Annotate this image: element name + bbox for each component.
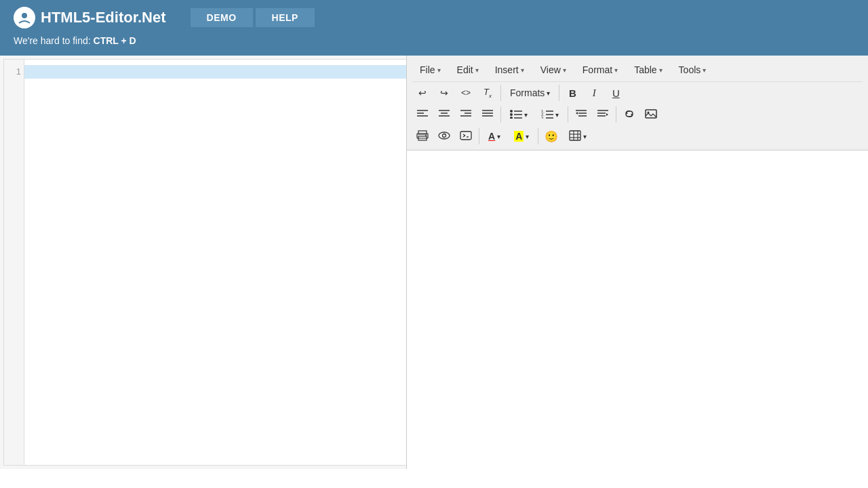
table-chevron-icon: ▾ <box>659 66 663 74</box>
align-center-icon <box>439 109 450 121</box>
format-chevron-icon: ▾ <box>614 66 618 74</box>
edit-chevron-icon: ▾ <box>475 66 479 74</box>
svg-line-43 <box>463 136 465 137</box>
toolbar-row1: ↩ ↪ <> Tx Formats ▾ B I U <box>412 82 863 104</box>
tools-chevron-icon: ▾ <box>703 66 706 74</box>
table-icon <box>569 130 581 143</box>
undo-button[interactable]: ↩ <box>412 83 433 102</box>
source-code-button[interactable]: <> <box>456 83 476 102</box>
svg-point-13 <box>510 110 513 113</box>
image-icon <box>645 109 657 121</box>
ul-chevron-icon: ▾ <box>524 111 528 119</box>
link-icon <box>623 109 635 121</box>
svg-point-38 <box>425 135 427 136</box>
svg-marker-28 <box>576 112 578 115</box>
formats-dropdown[interactable]: Formats ▾ <box>504 83 556 102</box>
ol-chevron-icon: ▾ <box>555 111 559 119</box>
align-left-icon <box>417 109 428 121</box>
menu-bar: File ▾ Edit ▾ Insert ▾ View ▾ Format ▾ <box>412 58 863 82</box>
preview-button[interactable] <box>434 127 454 146</box>
code-editor-area: 1 <box>3 59 407 466</box>
line-number-1: 1 <box>16 66 21 77</box>
menu-insert-label: Insert <box>495 64 519 75</box>
clear-formatting-button[interactable]: Tx <box>477 83 498 102</box>
info-prefix: We're hard to find: <box>14 35 91 46</box>
bg-color-button[interactable]: A ▾ <box>508 127 535 146</box>
ul-icon <box>510 109 522 121</box>
main-content: 1 File ▾ Edit ▾ Insert ▾ <box>0 56 868 469</box>
align-right-button[interactable] <box>456 105 476 124</box>
code-editor-input[interactable] <box>24 60 407 465</box>
insert-image-button[interactable] <box>641 105 661 124</box>
align-justify-icon <box>482 109 493 121</box>
svg-point-15 <box>510 113 513 116</box>
menu-format-label: Format <box>583 64 612 75</box>
nav-buttons: DEMO HELP <box>191 8 315 27</box>
separator2 <box>559 85 559 101</box>
formats-chevron-icon: ▾ <box>547 89 550 97</box>
menu-table[interactable]: Table ▾ <box>627 61 669 79</box>
svg-point-39 <box>439 132 450 139</box>
preview-icon <box>438 131 450 142</box>
source-icon: <> <box>461 88 471 98</box>
separator7 <box>538 128 538 144</box>
align-right-icon <box>460 109 471 121</box>
ordered-list-button[interactable]: 1.2.3. ▾ <box>535 105 565 124</box>
bg-color-chevron-icon: ▾ <box>526 133 529 140</box>
redo-button[interactable]: ↪ <box>434 83 454 102</box>
font-color-icon: A <box>488 131 495 142</box>
header-info: We're hard to find: CTRL + D <box>14 33 854 49</box>
align-center-button[interactable] <box>434 105 454 124</box>
menu-file[interactable]: File ▾ <box>412 61 448 79</box>
svg-text:3.: 3. <box>541 116 545 119</box>
menu-file-label: File <box>420 64 435 75</box>
file-chevron-icon: ▾ <box>437 66 441 74</box>
separator4 <box>568 106 568 123</box>
svg-point-17 <box>510 117 513 119</box>
clear-format-icon: Tx <box>484 87 492 99</box>
separator5 <box>616 106 616 123</box>
menu-format[interactable]: Format ▾ <box>575 61 625 79</box>
outdent-button[interactable] <box>571 105 591 124</box>
menu-tools-label: Tools <box>679 64 701 75</box>
menu-edit[interactable]: Edit ▾ <box>450 61 486 79</box>
menu-insert[interactable]: Insert ▾ <box>488 61 532 79</box>
table-btn-chevron-icon: ▾ <box>583 133 587 140</box>
demo-button[interactable]: DEMO <box>191 8 253 27</box>
site-name: HTML5-Editor.Net <box>41 9 166 26</box>
insert-table-button[interactable]: ▾ <box>563 127 593 146</box>
menu-view[interactable]: View ▾ <box>533 61 574 79</box>
print-button[interactable] <box>412 127 433 146</box>
align-justify-button[interactable] <box>477 105 498 124</box>
italic-button[interactable]: I <box>584 83 604 102</box>
menu-view-label: View <box>540 64 561 75</box>
svg-marker-32 <box>606 113 608 116</box>
underline-button[interactable]: U <box>606 83 626 102</box>
separator1 <box>500 85 501 101</box>
toolbar-row2: ▾ 1.2.3. ▾ <box>412 104 863 125</box>
emoji-button[interactable]: 🙂 <box>541 127 561 146</box>
svg-rect-45 <box>570 131 580 140</box>
help-button[interactable]: HELP <box>256 8 315 27</box>
unordered-list-button[interactable]: ▾ <box>504 105 534 124</box>
header: HTML5-Editor.Net DEMO HELP We're hard to… <box>0 0 868 56</box>
ol-icon: 1.2.3. <box>541 109 553 121</box>
align-left-button[interactable] <box>412 105 433 124</box>
line-numbers: 1 <box>4 60 24 465</box>
font-color-button[interactable]: A ▾ <box>482 127 507 146</box>
indent-button[interactable] <box>593 105 613 124</box>
print-icon <box>416 130 429 143</box>
embed-button[interactable] <box>456 127 476 146</box>
info-shortcut: CTRL + D <box>94 35 136 46</box>
separator3 <box>500 106 501 123</box>
insert-link-button[interactable] <box>619 105 639 124</box>
rich-text-editor[interactable] <box>407 150 868 469</box>
formats-label: Formats <box>510 87 545 98</box>
separator6 <box>479 128 479 144</box>
menu-tools[interactable]: Tools ▾ <box>671 61 714 79</box>
font-color-chevron-icon: ▾ <box>497 133 500 140</box>
outdent-icon <box>576 109 587 121</box>
bold-button[interactable]: B <box>562 83 583 102</box>
svg-point-40 <box>443 134 446 137</box>
right-panel: File ▾ Edit ▾ Insert ▾ View ▾ Format ▾ <box>407 56 868 469</box>
